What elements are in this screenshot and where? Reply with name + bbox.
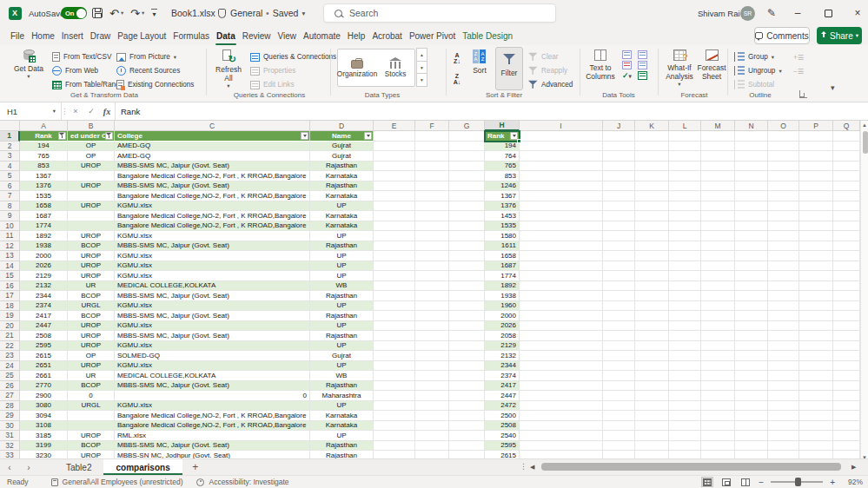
cell-I12[interactable]	[520, 241, 603, 252]
cell-Q32[interactable]	[833, 441, 860, 452]
cell-C1[interactable]: College	[115, 131, 310, 142]
cell-I19[interactable]	[520, 311, 603, 321]
cell-M17[interactable]	[701, 291, 735, 301]
cell-B7[interactable]	[68, 191, 115, 201]
cell-G9[interactable]	[449, 211, 485, 221]
cell-C8[interactable]: KGMU.xlsx	[115, 201, 310, 212]
column-header-E[interactable]: E	[374, 121, 415, 131]
cell-A19[interactable]: 2417	[20, 311, 68, 321]
filter-button[interactable]: Filter	[495, 47, 523, 90]
consolidate-icon[interactable]	[638, 50, 647, 59]
cell-I9[interactable]	[520, 211, 603, 221]
cell-M29[interactable]	[701, 411, 735, 421]
cell-M11[interactable]	[701, 231, 735, 241]
row-header-5[interactable]: 5	[0, 171, 20, 181]
cell-N31[interactable]	[735, 431, 768, 441]
cell-F27[interactable]	[415, 391, 449, 401]
cell-O9[interactable]	[768, 211, 799, 221]
outline-dialog-launcher[interactable]	[799, 90, 807, 98]
cell-N9[interactable]	[735, 211, 768, 221]
cell-L22[interactable]	[669, 341, 701, 352]
cell-G27[interactable]	[449, 391, 485, 401]
column-header-P[interactable]: P	[799, 121, 833, 131]
cell-E19[interactable]	[374, 311, 415, 321]
cell-Q20[interactable]	[833, 321, 860, 332]
cell-L2[interactable]	[669, 142, 701, 152]
cell-Q10[interactable]	[833, 221, 860, 232]
cell-E29[interactable]	[374, 411, 415, 421]
cell-M13[interactable]	[701, 251, 735, 261]
cell-Q13[interactable]	[833, 251, 860, 261]
row-header-20[interactable]: 20	[0, 321, 20, 332]
cell-F20[interactable]	[415, 321, 449, 332]
cell-O19[interactable]	[768, 311, 799, 321]
insert-function-icon[interactable]: fx	[99, 102, 115, 120]
cell-O32[interactable]	[768, 441, 799, 452]
cell-A24[interactable]: 2651	[20, 361, 68, 372]
cell-E13[interactable]	[374, 251, 415, 261]
cell-M33[interactable]	[701, 451, 735, 458]
cell-M9[interactable]	[701, 211, 735, 221]
cell-Q16[interactable]	[833, 281, 860, 292]
ungroup-button[interactable]: Ungroup▾	[734, 64, 782, 77]
cell-H17[interactable]: 1938	[485, 291, 520, 301]
cell-K15[interactable]	[635, 271, 669, 281]
cell-I30[interactable]	[520, 421, 603, 432]
cell-P28[interactable]	[799, 401, 833, 412]
cell-L9[interactable]	[669, 211, 701, 221]
cell-C4[interactable]: MBBS-SMS MC, Jaipur (Govt. Seat)	[115, 162, 310, 172]
cell-D3[interactable]: Gujrat	[310, 151, 374, 162]
cell-M12[interactable]	[701, 241, 735, 252]
accessibility-status[interactable]: Accessibility: Investigate	[209, 478, 288, 486]
cell-M20[interactable]	[701, 321, 735, 332]
cell-P18[interactable]	[799, 301, 833, 312]
cell-M23[interactable]	[701, 351, 735, 361]
zoom-slider[interactable]	[771, 481, 823, 483]
cell-L12[interactable]	[669, 241, 701, 252]
cell-A25[interactable]: 2661	[20, 371, 68, 381]
cell-J25[interactable]	[603, 371, 635, 381]
column-header-M[interactable]: M	[701, 121, 735, 131]
cell-N26[interactable]	[735, 381, 768, 392]
cell-C11[interactable]: KGMU.xlsx	[115, 231, 310, 241]
cell-Q21[interactable]	[833, 331, 860, 341]
ribbon-tab-draw[interactable]: Draw	[87, 26, 114, 45]
cell-L11[interactable]	[669, 231, 701, 241]
cell-C16[interactable]: MEDICAL COLLEGE,KOLKATA	[115, 281, 310, 292]
cell-P6[interactable]	[799, 181, 833, 192]
cell-L15[interactable]	[669, 271, 701, 281]
column-header-G[interactable]: G	[449, 121, 485, 131]
cell-D15[interactable]: UP	[310, 271, 374, 281]
cell-L30[interactable]	[669, 421, 701, 432]
cell-E11[interactable]	[374, 231, 415, 241]
cell-P31[interactable]	[799, 431, 833, 441]
column-header-F[interactable]: F	[415, 121, 449, 131]
cell-A15[interactable]: 2129	[20, 271, 68, 281]
excel-logo-icon[interactable]: X	[7, 0, 23, 26]
cell-J5[interactable]	[603, 171, 635, 181]
cell-K4[interactable]	[635, 162, 669, 172]
cell-Q3[interactable]	[833, 151, 860, 162]
cell-I13[interactable]	[520, 251, 603, 261]
cell-M14[interactable]	[701, 261, 735, 272]
cell-L1[interactable]	[669, 131, 701, 142]
cell-O13[interactable]	[768, 251, 799, 261]
cell-P5[interactable]	[799, 171, 833, 181]
cell-L13[interactable]	[669, 251, 701, 261]
cell-Q9[interactable]	[833, 211, 860, 221]
cell-O30[interactable]	[768, 421, 799, 432]
queries-connections-button[interactable]: Queries & Connections	[250, 50, 336, 63]
cell-N2[interactable]	[735, 142, 768, 152]
cell-O16[interactable]	[768, 281, 799, 292]
cell-G16[interactable]	[449, 281, 485, 292]
cell-I5[interactable]	[520, 171, 603, 181]
cell-B25[interactable]: UR	[68, 371, 115, 381]
cell-O11[interactable]	[768, 231, 799, 241]
cell-C32[interactable]: MBBS-SMS MC, Jaipur (Govt. Seat)	[115, 441, 310, 452]
cell-M30[interactable]	[701, 421, 735, 432]
cell-N6[interactable]	[735, 181, 768, 192]
cell-K30[interactable]	[635, 421, 669, 432]
cell-C18[interactable]: KGMU.xlsx	[115, 301, 310, 312]
cell-G23[interactable]	[449, 351, 485, 361]
cell-P14[interactable]	[799, 261, 833, 272]
